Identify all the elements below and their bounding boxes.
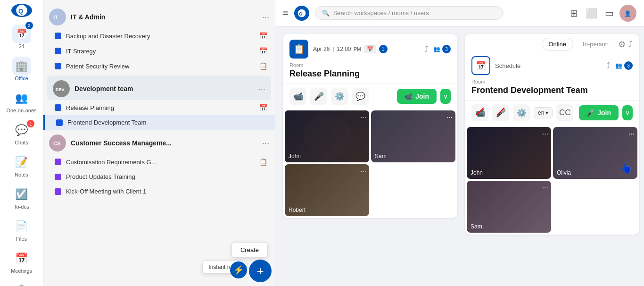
- card-share-frontend[interactable]: ⤴: [606, 61, 611, 71]
- video-name-john-f: John: [471, 169, 483, 176]
- settings-btn-frontend[interactable]: ⚙️: [513, 104, 530, 121]
- video-more-john-f[interactable]: ···: [542, 130, 548, 138]
- calendar-label: 24: [18, 43, 24, 49]
- group-name-it-admin: IT & Admin: [71, 13, 257, 21]
- join-btn-frontend[interactable]: 🎤 Join: [579, 105, 619, 120]
- meeting-cards-area: 📋 Apr 26 | 12:00 PM 📅 1 ⤴ 👥 3: [275, 26, 644, 286]
- join-label-frontend: Join: [597, 109, 611, 117]
- sidebar-item-chats[interactable]: 💬 1 Chats: [0, 117, 43, 149]
- sidebar-item-one-on-ones[interactable]: 👥 One-on-ones: [0, 85, 43, 117]
- split-view-icon[interactable]: ⬜: [584, 6, 599, 21]
- sidebar-item-office[interactable]: 🏢 Office: [0, 53, 43, 85]
- card-header-frontend: 📅 Schedule ⤴ 👥 3: [465, 50, 639, 79]
- sidebar-todos-label: To-dos: [14, 204, 29, 210]
- group-header-it-admin[interactable]: IT IT & Admin ···: [43, 4, 275, 28]
- room-customisation[interactable]: Customisation Requirements G... 📋: [43, 154, 275, 169]
- sidebar-item-todos[interactable]: ☑️ To-dos: [0, 181, 43, 213]
- card-notification-badge: 1: [379, 45, 388, 53]
- video-tile-olivia: Olivia ··· 👆: [553, 127, 637, 179]
- group-more-dev[interactable]: ···: [258, 84, 265, 94]
- language-button[interactable]: en ▾: [534, 107, 553, 118]
- card-meta-release: Apr 26 | 12:00 PM 📅 1: [313, 45, 420, 53]
- svg-text:DEV: DEV: [56, 87, 65, 92]
- search-bar[interactable]: 🔍 Search workspaces / rooms / users: [315, 6, 504, 20]
- room-color-release: [55, 104, 61, 111]
- video-tile-john: John ···: [285, 110, 369, 162]
- group-more-it-admin[interactable]: ···: [262, 12, 269, 22]
- sidebar-item-recordings[interactable]: 🎙️ Recordings: [0, 278, 43, 286]
- card-meta-frontend: Schedule: [495, 61, 602, 70]
- join-btn-arrow-frontend[interactable]: ∨: [622, 105, 633, 120]
- hamburger-button[interactable]: ≡: [283, 8, 289, 18]
- room-name-it-strategy: IT Strategy: [66, 48, 255, 55]
- video-tile-sam: Sam ···: [371, 110, 455, 162]
- video-grid-release: John ··· Sam ··· Robert ···: [283, 109, 457, 218]
- group-name-cs: Customer Success Manageme...: [71, 139, 257, 147]
- create-button[interactable]: Create: [231, 242, 268, 258]
- card-people-release: 👥 3: [433, 45, 451, 53]
- card-date-release: Apr 26 | 12:00 PM 📅 1: [313, 45, 420, 53]
- group-more-cs[interactable]: ···: [262, 138, 269, 148]
- room-icon-backup: 📅: [259, 32, 267, 40]
- group-avatar-it-admin: IT: [49, 8, 66, 25]
- room-color-patent: [55, 63, 61, 69]
- video-more-john[interactable]: ···: [360, 113, 366, 122]
- people-count-frontend: 3: [624, 61, 633, 70]
- room-it-strategy[interactable]: IT Strategy 📅: [43, 43, 275, 59]
- user-avatar[interactable]: 👤: [619, 5, 636, 22]
- room-patent[interactable]: Patent Security Review 📋: [43, 59, 275, 74]
- group-it-admin: IT IT & Admin ··· Backup and Disaster Re…: [43, 4, 275, 74]
- video-more-sam-f[interactable]: ···: [542, 184, 548, 192]
- mic-btn-release[interactable]: 🎤: [310, 88, 327, 105]
- people-icon: 👥: [433, 46, 440, 52]
- chat-btn-release[interactable]: 💬: [352, 88, 369, 105]
- group-header-dev[interactable]: DEV Development team ···: [47, 76, 271, 100]
- card-share-release[interactable]: ⤴: [424, 44, 429, 54]
- sidebar-item-files[interactable]: 📄 Files: [0, 213, 43, 245]
- sidebar-item-notes[interactable]: 📝 Notes: [0, 149, 43, 181]
- room-kickoff[interactable]: Kick-Off Meeting with Client 1: [43, 184, 275, 199]
- svg-text:Q: Q: [299, 11, 302, 16]
- room-frontend-dev[interactable]: Frontend Development Team: [43, 115, 275, 130]
- online-mode-button[interactable]: Online: [542, 38, 574, 50]
- video-tile-john-f: John ···: [467, 127, 551, 179]
- sidebar-files-label: Files: [16, 236, 27, 242]
- caption-btn-frontend[interactable]: CC: [556, 104, 573, 121]
- search-icon: 🔍: [322, 9, 330, 17]
- sidebar-notes-label: Notes: [15, 172, 28, 177]
- join-btn-release[interactable]: 📹 Join: [397, 89, 437, 104]
- instant-room-button[interactable]: ⚡: [230, 261, 247, 278]
- room-product-updates[interactable]: Product Updates Training: [43, 169, 275, 184]
- video-btn-release[interactable]: 📹: [289, 88, 306, 105]
- mic-btn-frontend[interactable]: 🎤: [492, 104, 509, 121]
- card-room-label-frontend: Room: [465, 79, 639, 84]
- video-more-robert[interactable]: ···: [360, 167, 366, 176]
- video-btn-frontend[interactable]: 📹: [471, 104, 488, 121]
- group-avatar-cs: CS: [49, 135, 66, 151]
- sidebar-calendar[interactable]: 📅 2 24: [0, 21, 43, 53]
- mode-expand-icon[interactable]: ⤴: [628, 39, 633, 49]
- settings-btn-release[interactable]: ⚙️: [331, 88, 348, 105]
- room-name-patent: Patent Security Review: [66, 63, 255, 70]
- video-more-sam[interactable]: ···: [446, 113, 453, 122]
- inperson-mode-button[interactable]: In-person: [576, 38, 615, 50]
- mode-settings-icon[interactable]: ⚙: [618, 39, 626, 50]
- room-name-release: Release Planning: [66, 104, 255, 111]
- room-release-planning[interactable]: Release Planning 📅: [43, 100, 275, 115]
- add-room-button[interactable]: +: [249, 260, 272, 282]
- room-backup[interactable]: Backup and Disaster Recovery 📅: [43, 28, 275, 43]
- sidebar-meetings-label: Meetings: [11, 268, 32, 274]
- grid-view-icon[interactable]: ⊞: [568, 6, 580, 21]
- card-room-label-release: Room: [283, 62, 457, 68]
- room-name-backup: Backup and Disaster Recovery: [66, 33, 255, 40]
- meeting-card-release-planning: 📋 Apr 26 | 12:00 PM 📅 1 ⤴ 👥 3: [283, 34, 457, 218]
- join-btn-arrow-release[interactable]: ∨: [440, 89, 451, 104]
- window-icon[interactable]: ▭: [603, 6, 616, 21]
- lang-label: en: [538, 109, 544, 116]
- card-room-name-frontend: Frontend Development Team: [465, 84, 639, 100]
- schedule-icon: 📅: [471, 56, 490, 75]
- group-header-cs[interactable]: CS Customer Success Manageme... ···: [43, 130, 275, 154]
- room-name-frontend: Frontend Development Team: [67, 119, 267, 126]
- sidebar-item-meetings[interactable]: 📅 Meetings: [0, 245, 43, 278]
- video-more-olivia[interactable]: ···: [628, 130, 635, 138]
